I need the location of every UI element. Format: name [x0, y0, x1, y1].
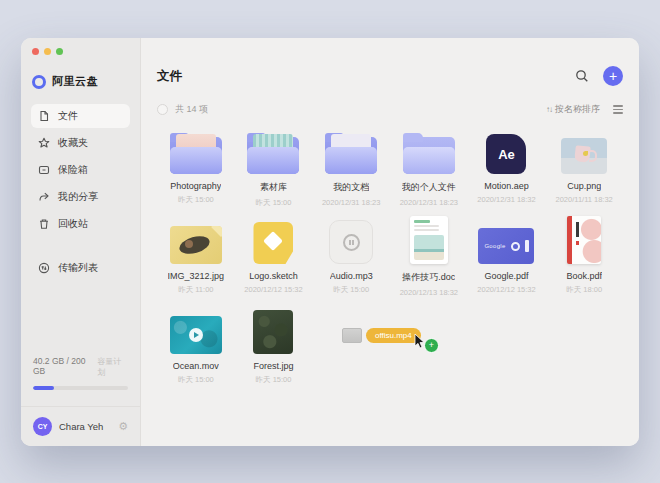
file-item[interactable]: 操作技巧.doc 2020/12/13 18:32 — [390, 210, 468, 300]
sidebar-item-my-shares[interactable]: 我的分享 — [31, 185, 130, 209]
video-thumbnail — [170, 316, 222, 354]
file-item[interactable]: 我的文档 2020/12/31 18:23 — [312, 120, 390, 210]
file-name: Logo.sketch — [249, 271, 298, 281]
file-item[interactable]: 我的个人文件 2020/12/31 18:23 — [390, 120, 468, 210]
main-panel: 文件 + 共 14 项 ↑↓ 按名称排序 Photography 昨天 15:0… — [141, 38, 639, 446]
file-name: 我的文档 — [333, 181, 369, 194]
file-meta: 2020/12/31 18:32 — [477, 195, 535, 204]
file-item[interactable]: Book.pdf 昨天 18:00 — [545, 210, 623, 300]
file-item[interactable]: Ae Motion.aep 2020/12/31 18:32 — [468, 120, 546, 210]
minimize-window-button[interactable] — [44, 48, 51, 55]
sidebar-menu: 文件 收藏夹 保险箱 我的分享 回收站 — [31, 104, 130, 236]
drop-add-badge: + — [424, 338, 439, 353]
app-window: 阿里云盘 文件 收藏夹 保险箱 我的分享 回收站 — [21, 38, 639, 446]
file-meta: 2020/12/12 15:32 — [244, 285, 302, 294]
transfer-icon — [38, 262, 50, 274]
sidebar-item-transfer-list[interactable]: 传输列表 — [31, 256, 130, 280]
file-item[interactable]: Logo.sketch 2020/12/12 15:32 — [235, 210, 313, 300]
sort-arrows-icon: ↑↓ — [546, 105, 552, 114]
audio-file-icon — [329, 220, 373, 264]
sidebar-item-label: 回收站 — [58, 217, 88, 231]
file-name: Motion.aep — [484, 181, 529, 191]
user-account-row[interactable]: CY Chara Yeh ⚙ — [21, 406, 140, 446]
file-meta: 昨天 15:00 — [256, 198, 292, 208]
storage-progress-track — [33, 386, 128, 390]
image-thumbnail — [253, 310, 293, 354]
file-name: 我的个人文件 — [402, 181, 456, 194]
file-name: Google.pdf — [484, 271, 528, 281]
file-name: Audio.mp3 — [330, 271, 373, 281]
file-item[interactable]: Google Google.pdf 2020/12/12 15:32 — [468, 210, 546, 300]
file-item[interactable]: Forest.jpg 昨天 15:00 — [235, 300, 313, 390]
file-icon — [38, 110, 50, 122]
drag-file-thumbnail — [342, 328, 362, 343]
pdf-cover-text: Google — [484, 243, 505, 249]
file-item[interactable]: Ocean.mov 昨天 15:00 — [157, 300, 235, 390]
folder-icon — [403, 133, 455, 174]
file-meta: 昨天 15:00 — [333, 285, 369, 295]
sidebar: 阿里云盘 文件 收藏夹 保险箱 我的分享 回收站 — [21, 38, 141, 446]
file-grid: Photography 昨天 15:00 素材库 昨天 15:00 我的文档 2… — [157, 120, 623, 390]
file-meta: 2020/12/31 18:23 — [322, 198, 380, 207]
file-name: Photography — [170, 181, 221, 191]
file-name: Book.pdf — [566, 271, 602, 281]
page-title: 文件 — [157, 68, 561, 85]
ring-logo-icon — [32, 75, 46, 89]
play-icon — [189, 328, 203, 342]
file-name: IMG_3212.jpg — [168, 271, 225, 281]
trash-icon — [38, 218, 50, 230]
file-meta: 2020/12/12 15:32 — [477, 285, 535, 294]
user-name: Chara Yeh — [59, 421, 111, 432]
file-name: Ocean.mov — [173, 361, 219, 371]
avatar: CY — [33, 417, 52, 436]
file-name: 操作技巧.doc — [402, 271, 455, 284]
folder-icon — [170, 133, 222, 174]
file-name: Forest.jpg — [253, 361, 293, 371]
storage-plan-link[interactable]: 容量计划 — [97, 356, 128, 378]
select-all-checkbox[interactable] — [157, 104, 168, 115]
sidebar-item-label: 文件 — [58, 109, 78, 123]
sketch-file-icon — [253, 222, 293, 264]
file-name: Cup.png — [567, 181, 601, 191]
doc-preview-thumbnail — [410, 216, 448, 264]
storage-usage-text: 40.2 GB / 200 GB — [33, 356, 97, 376]
sidebar-item-label: 我的分享 — [58, 190, 98, 204]
pause-icon — [343, 234, 360, 251]
share-icon — [38, 191, 50, 203]
drag-ghost[interactable]: offisu.mp4 + — [342, 322, 426, 349]
sidebar-item-safebox[interactable]: 保险箱 — [31, 158, 130, 182]
zoom-window-button[interactable] — [56, 48, 63, 55]
file-item[interactable]: Photography 昨天 15:00 — [157, 120, 235, 210]
file-item[interactable]: 素材库 昨天 15:00 — [235, 120, 313, 210]
storage-panel: 40.2 GB / 200 GB 容量计划 — [31, 356, 130, 390]
sidebar-item-label: 保险箱 — [58, 163, 88, 177]
close-window-button[interactable] — [32, 48, 39, 55]
sidebar-item-label: 传输列表 — [58, 261, 98, 275]
gear-icon[interactable]: ⚙ — [118, 421, 128, 432]
file-meta: 昨天 15:00 — [178, 195, 214, 205]
file-name: 素材库 — [260, 181, 287, 194]
add-button[interactable]: + — [603, 66, 623, 86]
folder-icon — [325, 133, 377, 174]
sort-control[interactable]: ↑↓ 按名称排序 — [546, 103, 600, 116]
main-header: 文件 + — [157, 66, 623, 86]
search-button[interactable] — [575, 69, 589, 83]
sidebar-transfer-section: 传输列表 — [31, 256, 130, 280]
file-item[interactable]: IMG_3212.jpg 昨天 11:00 — [157, 210, 235, 300]
sidebar-item-favorites[interactable]: 收藏夹 — [31, 131, 130, 155]
sidebar-item-recycle-bin[interactable]: 回收站 — [31, 212, 130, 236]
toolbar: 共 14 项 ↑↓ 按名称排序 — [157, 103, 623, 116]
file-meta: 2020/12/31 18:23 — [400, 198, 458, 207]
folder-icon — [247, 133, 299, 174]
sidebar-item-label: 收藏夹 — [58, 136, 88, 150]
file-meta: 2020/12/13 18:32 — [400, 288, 458, 297]
file-meta: 昨天 11:00 — [178, 285, 213, 295]
drag-file-label: offisu.mp4 — [366, 328, 421, 343]
file-item[interactable]: Cup.png 2020/11/11 18:32 — [545, 120, 623, 210]
traffic-lights — [32, 48, 130, 55]
list-view-icon[interactable] — [613, 105, 623, 113]
image-thumbnail — [561, 138, 607, 174]
sidebar-item-files[interactable]: 文件 — [31, 104, 130, 128]
file-item[interactable]: Audio.mp3 昨天 15:00 — [312, 210, 390, 300]
app-logo: 阿里云盘 — [32, 74, 129, 89]
